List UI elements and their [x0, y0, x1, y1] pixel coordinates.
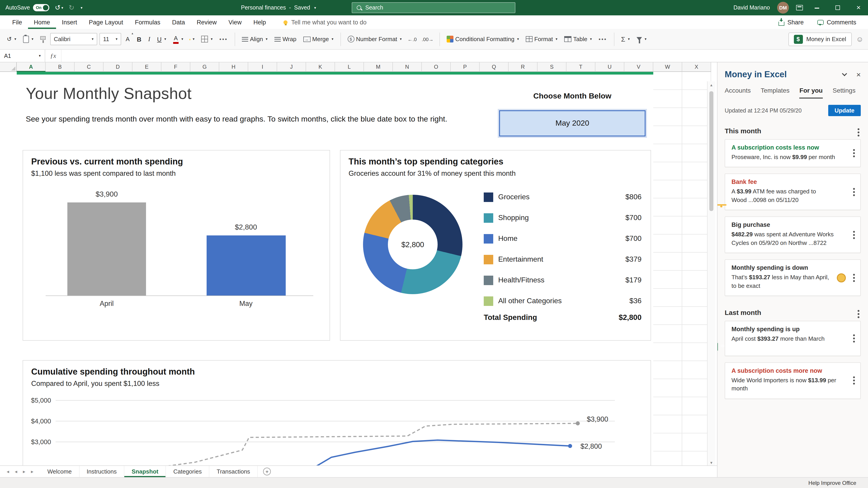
comments-button[interactable]: Comments — [817, 19, 856, 26]
wrap-button[interactable]: Wrap — [272, 34, 299, 44]
ribbon-display-options-icon[interactable] — [796, 5, 803, 10]
fill-color-button[interactable]: ▾ — [188, 35, 197, 43]
sheet-nav-prev-icon[interactable]: ◄ — [14, 469, 18, 474]
autosum-button[interactable]: Σ▾ — [619, 33, 632, 45]
vertical-scrollbar[interactable]: ▲ ▼ — [707, 81, 715, 465]
font-overflow-button[interactable]: ••• — [217, 34, 230, 44]
font-size-select[interactable]: 11▾ — [99, 33, 121, 45]
minimize-button[interactable] — [810, 4, 824, 11]
bold-button[interactable]: B — [134, 34, 144, 44]
pane-tab-accounts[interactable]: Accounts — [725, 87, 751, 98]
column-header-U[interactable]: U — [595, 62, 624, 72]
number-format-button[interactable]: $Number Format▾ — [345, 34, 404, 44]
autosave-toggle[interactable]: AutoSave On — [5, 4, 49, 11]
column-header-J[interactable]: J — [277, 62, 306, 72]
pane-tab-templates[interactable]: Templates — [761, 87, 789, 98]
sheet-nav-next-icon[interactable]: ► — [22, 469, 26, 474]
merge-button[interactable]: ↔Merge▾ — [301, 34, 336, 44]
format-painter-button[interactable] — [38, 34, 48, 44]
column-header-G[interactable]: G — [190, 62, 219, 72]
column-header-C[interactable]: C — [74, 62, 103, 72]
update-button[interactable]: Update — [828, 105, 861, 116]
menu-tab-formulas[interactable]: Formulas — [129, 15, 166, 29]
select-all-corner[interactable] — [0, 62, 17, 72]
sheet-tab-categories[interactable]: Categories — [166, 466, 210, 477]
card-menu-icon[interactable] — [853, 149, 855, 151]
document-title[interactable]: Personal finances - Saved ▾ — [241, 0, 316, 15]
insert-function-icon[interactable]: ƒx — [45, 50, 61, 62]
sheet-nav-first-icon[interactable]: ◄ — [6, 469, 10, 474]
font-name-select[interactable]: Calibri▾ — [50, 33, 97, 45]
card-menu-icon[interactable] — [853, 273, 855, 275]
chevron-down-icon[interactable] — [842, 71, 847, 76]
font-color-button[interactable]: A▾ — [170, 33, 185, 45]
month-select-box[interactable]: May 2020 — [499, 110, 646, 136]
column-header-O[interactable]: O — [422, 62, 451, 72]
ribbon-overflow-button[interactable]: ••• — [596, 34, 609, 44]
sort-filter-button[interactable]: ▾ — [634, 33, 649, 45]
column-header-E[interactable]: E — [132, 62, 161, 72]
menu-tab-home[interactable]: Home — [28, 15, 56, 29]
new-sheet-button[interactable]: + — [263, 468, 271, 475]
scroll-down-icon[interactable]: ▼ — [708, 461, 715, 465]
underline-button[interactable]: U▾ — [155, 34, 168, 44]
name-box[interactable]: A1▾ — [0, 50, 45, 62]
menu-tab-data[interactable]: Data — [166, 15, 191, 29]
tell-me-button[interactable]: Tell me what you want to do — [283, 19, 366, 26]
sheet-tab-snapshot[interactable]: Snapshot — [124, 466, 166, 477]
search-input[interactable]: Search — [352, 2, 515, 13]
column-header-M[interactable]: M — [364, 62, 393, 72]
quick-access-icon[interactable]: ▾ — [80, 6, 83, 10]
column-header-V[interactable]: V — [624, 62, 653, 72]
card-menu-icon[interactable] — [853, 188, 855, 190]
column-header-T[interactable]: T — [566, 62, 595, 72]
align-button[interactable]: Align▾ — [240, 34, 270, 44]
paste-button[interactable]: ▾ — [21, 34, 36, 44]
increase-font-size-button[interactable]: A — [123, 34, 132, 44]
increase-decimal-button[interactable]: ←.0 — [406, 35, 418, 43]
menu-tab-insert[interactable]: Insert — [56, 15, 83, 29]
close-button[interactable]: × — [852, 4, 865, 12]
insight-card-bank-fee[interactable]: Bank fee A $3.99 ATM fee was charged to … — [725, 174, 861, 210]
column-header-I[interactable]: I — [248, 62, 277, 72]
sheet-content[interactable]: Your Monthly Snapshot See your spending … — [17, 72, 653, 465]
sheet-tab-welcome[interactable]: Welcome — [40, 466, 79, 477]
vertical-scrollbar-thumb[interactable] — [709, 91, 713, 211]
sheet-tab-transactions[interactable]: Transactions — [209, 466, 258, 477]
undo-icon[interactable]: ↺▾ — [55, 4, 63, 12]
redo-icon[interactable]: ↻ — [69, 4, 74, 12]
insight-card-subscription-less[interactable]: A subscription costs less now Proseware,… — [725, 139, 861, 167]
insight-card-spending-down[interactable]: Monthly spending is down That’s $193.27 … — [725, 260, 861, 296]
column-header-N[interactable]: N — [393, 62, 422, 72]
pane-tab-settings[interactable]: Settings — [833, 87, 856, 98]
card-menu-icon[interactable] — [853, 377, 855, 378]
column-header-S[interactable]: S — [537, 62, 566, 72]
pane-close-icon[interactable]: × — [856, 71, 861, 78]
italic-button[interactable]: I — [146, 34, 152, 44]
bar-chart-card[interactable]: Previous vs. current month spending $1,1… — [23, 150, 330, 341]
table-button[interactable]: Table▾ — [562, 34, 594, 44]
insight-card-subscription-more[interactable]: A subscription costs more now Wide World… — [725, 362, 861, 399]
autosave-switch-icon[interactable]: On — [33, 4, 49, 11]
menu-tab-view[interactable]: View — [223, 15, 248, 29]
column-header-K[interactable]: K — [306, 62, 335, 72]
column-header-H[interactable]: H — [219, 62, 248, 72]
undo-button[interactable]: ↺▾ — [4, 34, 19, 44]
share-button[interactable]: Share — [778, 19, 804, 26]
help-improve-office-link[interactable]: Help Improve Office — [808, 480, 856, 486]
menu-tab-review[interactable]: Review — [191, 15, 223, 29]
pane-tab-for-you[interactable]: For you — [800, 87, 823, 98]
column-header-Q[interactable]: Q — [480, 62, 508, 72]
insight-card-big-purchase[interactable]: Big purchase $482.29 was spent at Advent… — [725, 217, 861, 253]
donut-chart-card[interactable]: This month’s top spending categories Gro… — [340, 150, 651, 341]
section-menu-icon[interactable] — [858, 310, 860, 312]
decrease-decimal-button[interactable]: .00→ — [421, 35, 435, 43]
column-header-B[interactable]: B — [46, 62, 74, 72]
conditional-formatting-button[interactable]: Conditional Formatting▾ — [444, 34, 521, 44]
column-header-P[interactable]: P — [451, 62, 480, 72]
menu-tab-page-layout[interactable]: Page Layout — [83, 15, 129, 29]
feedback-icon[interactable]: ☺ — [856, 35, 864, 43]
column-header-L[interactable]: L — [335, 62, 364, 72]
user-name[interactable]: David Mariano — [734, 4, 770, 11]
insight-card-spending-up[interactable]: Monthly spending is up April cost $393.2… — [725, 321, 861, 356]
